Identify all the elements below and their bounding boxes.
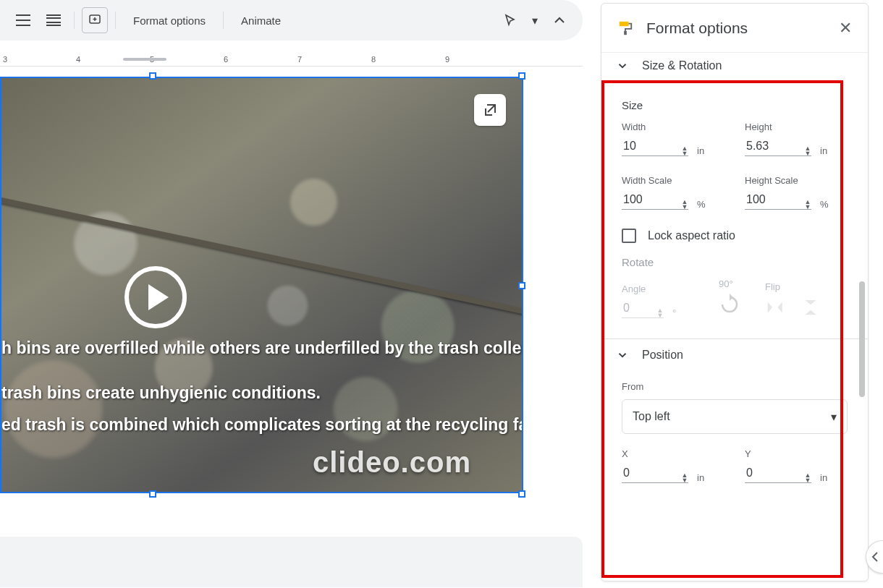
selection-handle[interactable] <box>518 490 525 498</box>
selection-handle[interactable] <box>149 72 156 80</box>
rotate-90-icon <box>719 294 740 315</box>
animate-button[interactable]: Animate <box>231 10 291 31</box>
from-label: From <box>622 381 848 392</box>
cursor-mode-icon[interactable] <box>497 7 523 33</box>
speaker-notes[interactable] <box>0 537 583 587</box>
toolbar: Format options Animate ▾ <box>0 0 583 41</box>
lock-aspect-label: Lock aspect ratio <box>648 229 735 242</box>
ruler-mark: 4 <box>76 55 80 64</box>
position-panel: From Top left ▾ X ▲▼ in Y ▲▼ in <box>601 371 868 483</box>
caption-line: ed trash is combined which complicates s… <box>1 415 523 435</box>
size-panel: Size Width ▲▼ in Height ▲▼ in <box>601 82 868 339</box>
rotate-heading: Rotate <box>622 256 848 268</box>
chevron-down-icon <box>616 59 629 72</box>
size-heading: Size <box>622 99 848 111</box>
chevron-left-icon <box>871 552 879 562</box>
stepper-icon[interactable]: ▲▼ <box>680 146 690 156</box>
width-scale-label: Width Scale <box>622 175 724 186</box>
watermark: clideo.com <box>313 446 471 479</box>
height-input[interactable] <box>745 137 811 156</box>
add-comment-icon[interactable] <box>82 7 108 33</box>
open-external-icon[interactable] <box>474 94 506 126</box>
unit-label: in <box>820 145 827 156</box>
format-options-panel: Format options ✕ Size & Rotation Size Wi… <box>601 3 869 581</box>
svg-rect-1 <box>620 21 629 25</box>
chevron-down-icon: ▾ <box>831 410 837 424</box>
width-input[interactable] <box>622 137 688 156</box>
x-label: X <box>622 448 724 459</box>
y-input[interactable] <box>745 464 811 483</box>
unit-label: in <box>697 145 704 156</box>
unit-label: in <box>820 472 827 483</box>
unit-label: % <box>820 199 829 210</box>
ruler-mark: 6 <box>224 55 228 64</box>
angle-label: Angle <box>622 284 694 294</box>
unit-label: % <box>697 199 706 210</box>
section-label: Position <box>642 349 683 362</box>
ruler-mark: 9 <box>445 55 449 64</box>
y-label: Y <box>745 448 848 459</box>
notes-resize-handle[interactable] <box>123 58 166 61</box>
collapse-icon[interactable] <box>546 7 573 33</box>
panel-title: Format options <box>646 20 748 37</box>
ruler-mark: 7 <box>297 55 302 64</box>
stepper-icon[interactable]: ▲▼ <box>803 146 813 156</box>
selected-video[interactable]: h bins are overfilled while others are u… <box>0 77 523 493</box>
lock-aspect-checkbox[interactable] <box>622 229 636 243</box>
flip-horizontal-icon <box>765 297 787 318</box>
dropdown-value: Top left <box>633 410 670 423</box>
ruler-mark: 3 <box>3 55 7 64</box>
panel-header: Format options ✕ <box>601 4 868 53</box>
flip-vertical-icon <box>800 297 821 318</box>
width-scale-input[interactable] <box>622 190 688 210</box>
unit-label: in <box>697 472 704 483</box>
selection-handle[interactable] <box>518 72 525 80</box>
height-scale-input[interactable] <box>745 190 811 210</box>
ruler: 3 4 5 6 7 8 9 <box>0 45 583 67</box>
flip-label: Flip <box>765 281 821 292</box>
stepper-icon: ▲▼ <box>655 308 665 318</box>
height-scale-label: Height Scale <box>745 175 848 186</box>
caption-line: h bins are overfilled while others are u… <box>1 338 523 358</box>
svg-rect-2 <box>624 30 627 34</box>
slide-canvas: h bins are overfilled while others are u… <box>0 67 583 587</box>
scrollbar[interactable] <box>859 281 865 397</box>
layout-icon[interactable] <box>41 7 67 33</box>
size-rotation-section[interactable]: Size & Rotation <box>601 50 868 82</box>
stepper-icon[interactable]: ▲▼ <box>803 200 813 210</box>
menu-icon[interactable] <box>10 7 36 33</box>
stepper-icon[interactable]: ▲▼ <box>680 473 690 483</box>
selection-handle[interactable] <box>149 490 156 498</box>
ruler-mark: 8 <box>371 55 376 64</box>
caption-line: trash bins create unhygienic conditions. <box>1 383 321 403</box>
stepper-icon[interactable]: ▲▼ <box>680 200 690 210</box>
ninety-label: 90° <box>719 278 740 289</box>
width-label: Width <box>622 122 724 132</box>
section-label: Size & Rotation <box>642 59 722 72</box>
x-input[interactable] <box>622 464 688 483</box>
close-icon[interactable]: ✕ <box>839 19 852 38</box>
from-dropdown[interactable]: Top left ▾ <box>622 399 848 434</box>
height-label: Height <box>745 122 848 132</box>
unit-label: ° <box>672 307 676 318</box>
paint-roller-icon <box>617 20 633 36</box>
play-icon[interactable] <box>124 266 187 328</box>
selection-handle[interactable] <box>518 282 525 289</box>
format-options-button[interactable]: Format options <box>123 10 216 31</box>
stepper-icon[interactable]: ▲▼ <box>803 473 813 483</box>
chevron-down-icon <box>616 349 629 362</box>
position-section[interactable]: Position <box>601 339 868 371</box>
cursor-mode-dropdown-icon[interactable]: ▾ <box>528 7 542 33</box>
